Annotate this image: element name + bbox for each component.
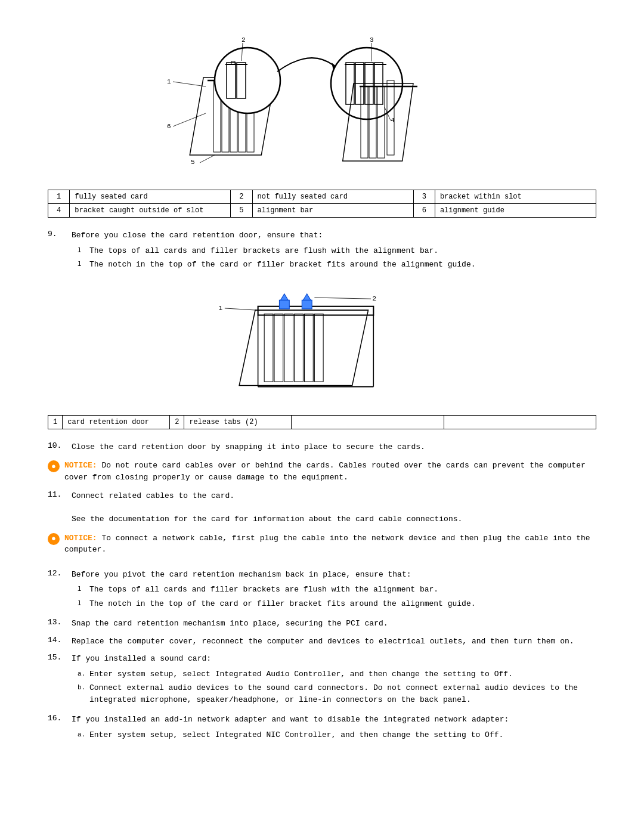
sub-marker: l — [78, 259, 89, 270]
notice-body: Do not route card cables over or behind … — [64, 461, 586, 482]
svg-rect-42 — [305, 314, 314, 382]
diagram-2-svg: 1 2 — [48, 285, 596, 404]
instruction-body: Snap the card retention mechanism into p… — [72, 618, 596, 630]
svg-rect-40 — [284, 314, 293, 382]
svg-line-12 — [200, 155, 215, 163]
svg-rect-41 — [295, 314, 304, 382]
sub-text: The notch in the top of the card or fill… — [89, 598, 596, 610]
table-label: alignment bar — [252, 204, 413, 218]
instruction-number: 11. — [48, 490, 72, 499]
svg-line-50 — [225, 308, 256, 309]
svg-rect-43 — [314, 314, 323, 382]
table-label: fully seated card — [70, 190, 231, 204]
sub-item: l The notch in the top of the card or fi… — [78, 598, 596, 610]
sub-marker: a. — [78, 669, 89, 679]
table-label: alignment guide — [435, 204, 596, 218]
svg-rect-38 — [264, 314, 273, 382]
notice-icon: ● — [48, 533, 60, 545]
instruction-body: Before you pivot the card retention mech… — [72, 569, 596, 612]
instruction-16: 16. If you installed an add-in network a… — [48, 714, 596, 743]
svg-marker-46 — [281, 293, 289, 300]
instruction-number: 12. — [48, 569, 72, 578]
svg-point-13 — [215, 48, 280, 113]
diagram-1-area: 1 6 5 2 — [48, 24, 596, 179]
sub-item: l The tops of all cards and filler brack… — [78, 584, 596, 596]
sub-text: Enter system setup, select Integrated Au… — [89, 668, 596, 680]
extra-text: See the documentation for the card for i… — [72, 515, 462, 524]
sub-list: l The tops of all cards and filler brack… — [78, 584, 596, 609]
svg-text:6: 6 — [167, 123, 171, 130]
instruction-body: If you installed an add-in network adapt… — [72, 714, 596, 743]
sub-item: a. Enter system setup, select Integrated… — [78, 668, 596, 680]
svg-text:1: 1 — [167, 78, 171, 85]
parts-table-2: 1 card retention door 2 release tabs (2) — [48, 415, 596, 429]
table-label: release tabs (2) — [184, 415, 292, 429]
svg-rect-37 — [239, 310, 368, 385]
sub-list: l The tops of all cards and filler brack… — [78, 245, 596, 271]
instruction-14: 14. Replace the computer cover, reconnec… — [48, 636, 596, 648]
sub-marker: a. — [78, 730, 89, 740]
instruction-number: 10. — [48, 441, 72, 450]
notice-body: To connect a network cable, first plug t… — [64, 534, 590, 555]
sub-text: The tops of all cards and filler bracket… — [89, 584, 596, 596]
notice-icon: ● — [48, 460, 60, 472]
notice-text: NOTICE: Do not route card cables over or… — [64, 460, 596, 483]
instruction-10: 10. Close the card retention door by sna… — [48, 441, 596, 453]
parts-table-1: 1 fully seated card 2 not fully seated c… — [48, 190, 596, 218]
instruction-13: 13. Snap the card retention mechanism in… — [48, 618, 596, 630]
instruction-12: 12. Before you pivot the card retention … — [48, 569, 596, 612]
instruction-body: Connect related cables to the card. See … — [72, 490, 596, 525]
sub-text: Enter system setup, select Integrated NI… — [89, 729, 596, 741]
diagram-1-svg: 1 6 5 2 — [48, 24, 596, 179]
sub-text: The notch in the top of the card or fill… — [89, 259, 596, 271]
sub-marker: l — [78, 584, 89, 594]
table-label: bracket caught outside of slot — [70, 204, 231, 218]
instruction-number: 15. — [48, 653, 72, 662]
table-num: 2 — [231, 190, 252, 204]
svg-text:2: 2 — [242, 36, 246, 44]
table-num: 5 — [231, 204, 252, 218]
sub-text: Connect external audio devices to the so… — [89, 682, 596, 705]
sub-item: b. Connect external audio devices to the… — [78, 682, 596, 705]
sub-marker: l — [78, 246, 89, 256]
notice-label: NOTICE: — [64, 461, 97, 470]
diagram-2-area: 1 2 — [48, 285, 596, 404]
notice-1: ● NOTICE: Do not route card cables over … — [48, 460, 596, 483]
notice-2: ● NOTICE: To connect a network cable, fi… — [48, 532, 596, 556]
sub-list: a. Enter system setup, select Integrated… — [78, 668, 596, 706]
instruction-11: 11. Connect related cables to the card. … — [48, 490, 596, 525]
page-content: 1 6 5 2 — [48, 24, 596, 743]
table-num: 6 — [413, 204, 435, 218]
table-label: not fully seated card — [252, 190, 413, 204]
instruction-body: Replace the computer cover, reconnect th… — [72, 636, 596, 648]
sub-item: a. Enter system setup, select Integrated… — [78, 729, 596, 741]
instruction-body: Before you close the card retention door… — [72, 230, 596, 273]
svg-text:2: 2 — [372, 295, 376, 302]
svg-marker-48 — [303, 293, 311, 300]
instruction-9: 9. Before you close the card retention d… — [48, 230, 596, 273]
table-num: 1 — [48, 190, 70, 204]
sub-marker: l — [78, 599, 89, 609]
notice-label: NOTICE: — [64, 534, 97, 543]
instruction-number: 9. — [48, 230, 72, 239]
svg-text:3: 3 — [370, 36, 374, 44]
svg-rect-47 — [302, 300, 312, 309]
sub-text: The tops of all cards and filler bracket… — [89, 245, 596, 257]
notice-text: NOTICE: To connect a network cable, firs… — [64, 532, 596, 556]
instruction-body: If you installed a sound card: a. Enter … — [72, 653, 596, 708]
table-num: 4 — [48, 204, 70, 218]
svg-text:1: 1 — [218, 304, 222, 312]
instruction-15: 15. If you installed a sound card: a. En… — [48, 653, 596, 708]
table-num: 2 — [170, 415, 184, 429]
instruction-number: 13. — [48, 618, 72, 627]
svg-line-10 — [173, 113, 206, 126]
sub-marker: b. — [78, 683, 89, 693]
instruction-number: 14. — [48, 636, 72, 645]
svg-rect-45 — [279, 300, 289, 309]
sub-list: a. Enter system setup, select Integrated… — [78, 729, 596, 741]
instruction-number: 16. — [48, 714, 72, 723]
svg-rect-39 — [274, 314, 283, 382]
svg-text:5: 5 — [191, 159, 195, 166]
svg-line-8 — [173, 82, 206, 86]
instruction-body: Close the card retention door by snappin… — [72, 441, 596, 453]
